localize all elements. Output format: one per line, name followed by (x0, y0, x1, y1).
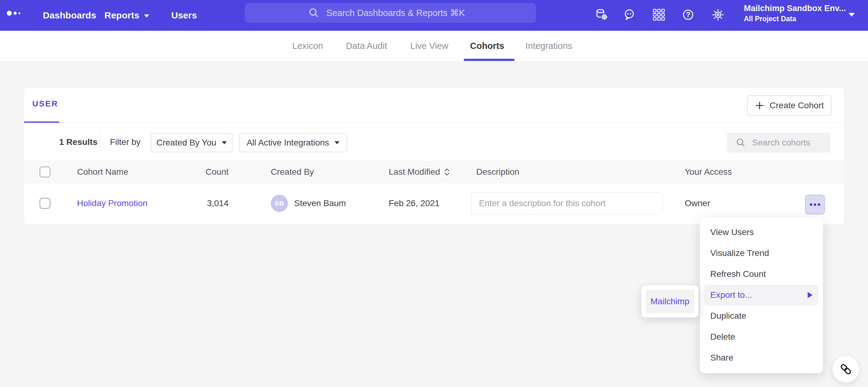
export-submenu: Mailchimp (641, 285, 699, 317)
row-actions-menu: View Users Visualize Trend Refresh Count… (700, 217, 823, 373)
ellipsis-dot (818, 203, 820, 206)
search-icon (735, 137, 747, 149)
project-name: Mailchimp Sandbox Env... (744, 4, 846, 13)
filter-divider (100, 133, 100, 151)
results-count: 1 Results (59, 123, 98, 161)
menu-item-refresh-count[interactable]: Refresh Count (700, 263, 823, 285)
project-switcher[interactable]: Mailchimp Sandbox Env... All Project Dat… (739, 2, 863, 28)
create-cohort-label: Create Cohort (770, 101, 824, 110)
tab-lexicon[interactable]: Lexicon (292, 31, 323, 61)
settings-gear-icon (711, 8, 725, 22)
secondary-nav: Lexicon Data Audit Live View Cohorts Int… (0, 31, 868, 61)
copy-link-button[interactable] (832, 356, 859, 383)
help-icon: ? (681, 8, 695, 22)
search-cohorts-bar[interactable] (727, 133, 830, 152)
plus-icon (755, 101, 764, 110)
integrations-filter-label: All Active Integrations (247, 138, 329, 148)
apps-grid-icon (652, 8, 665, 22)
created-by-filter-label: Created By You (156, 138, 217, 148)
cohort-count: 3,014 (153, 183, 228, 224)
tab-integrations[interactable]: Integrations (525, 31, 572, 61)
description-input[interactable] (471, 192, 663, 214)
column-header-cohort-name: Cohort Name (77, 161, 128, 183)
link-icon (839, 362, 853, 376)
data-management-button[interactable] (594, 7, 609, 22)
column-header-your-access: Your Access (685, 161, 732, 183)
top-nav-bar: Dashboards Reports Users (0, 0, 868, 31)
feedback-button[interactable] (622, 7, 637, 22)
column-header-description: Description (476, 161, 519, 183)
table-header-row: Cohort Name Count Created By Last Modifi… (24, 161, 844, 183)
export-to-label: Export to... (710, 290, 752, 300)
column-header-last-modified[interactable]: Last Modified (389, 161, 450, 183)
logo-dot-small (19, 12, 20, 14)
menu-item-duplicate[interactable]: Duplicate (700, 306, 823, 326)
nav-item-reports[interactable]: Reports (104, 0, 149, 31)
chevron-right-icon (808, 292, 812, 298)
tab-cohorts[interactable]: Cohorts (470, 31, 504, 61)
select-all-checkbox[interactable] (39, 167, 51, 177)
feedback-icon (622, 8, 636, 22)
mixpanel-logo[interactable] (6, 9, 25, 22)
tab-user[interactable]: USER (32, 99, 58, 109)
filter-by-label: Filter by (110, 123, 141, 161)
nav-item-reports-label: Reports (104, 10, 139, 20)
integrations-filter-dropdown[interactable]: All Active Integrations (239, 133, 347, 152)
card-header-divider (24, 123, 844, 123)
nav-item-dashboards[interactable]: Dashboards (43, 0, 96, 31)
chevron-down-icon (335, 141, 339, 144)
row-checkbox[interactable] (39, 198, 51, 209)
chevron-down-icon (144, 14, 149, 17)
column-header-created-by: Created By (271, 161, 314, 183)
global-search-input[interactable] (326, 8, 474, 19)
cohort-name-link[interactable]: Holiday Promotion (77, 183, 148, 224)
row-actions-button[interactable] (805, 195, 825, 214)
help-button[interactable]: ? (681, 7, 695, 22)
search-icon (307, 6, 320, 20)
column-header-count: Count (153, 161, 228, 183)
project-subtitle: All Project Data (744, 15, 796, 23)
logo-dot-medium (13, 12, 17, 15)
last-modified-label: Last Modified (389, 161, 440, 183)
last-modified-date: Feb 26, 2021 (389, 183, 439, 224)
tab-data-audit[interactable]: Data Audit (346, 31, 387, 61)
menu-item-share[interactable]: Share (700, 347, 823, 368)
global-search-bar[interactable] (245, 3, 536, 23)
menu-item-delete[interactable]: Delete (700, 326, 823, 347)
created-by-name: Steven Baum (294, 183, 346, 224)
cohorts-page: Dashboards Reports Users (0, 0, 868, 387)
data-pipeline-icon (595, 8, 609, 22)
menu-item-export-to[interactable]: Export to... (704, 285, 819, 306)
nav-item-users[interactable]: Users (171, 0, 197, 31)
created-by-filter-dropdown[interactable]: Created By You (151, 133, 232, 152)
avatar: SB (271, 195, 288, 212)
search-cohorts-input[interactable] (751, 138, 829, 148)
menu-item-visualize-trend[interactable]: Visualize Trend (700, 243, 823, 263)
apps-grid-button[interactable] (651, 7, 666, 22)
create-cohort-button[interactable]: Create Cohort (747, 95, 832, 116)
settings-button[interactable] (711, 7, 725, 22)
ellipsis-dot (810, 203, 812, 206)
logo-dot-large (7, 11, 12, 16)
ellipsis-dot (814, 203, 816, 206)
submenu-item-mailchimp[interactable]: Mailchimp (646, 290, 694, 313)
chevron-down-icon (222, 141, 227, 144)
sort-icon (444, 167, 450, 177)
cohorts-card: USER Create Cohort 1 Results Filter by C… (24, 88, 844, 224)
svg-text:?: ? (686, 11, 690, 19)
active-tab-underline (464, 59, 515, 61)
chevron-down-icon (848, 13, 855, 16)
menu-item-view-users[interactable]: View Users (700, 222, 823, 243)
tab-live-view[interactable]: Live View (410, 31, 448, 61)
